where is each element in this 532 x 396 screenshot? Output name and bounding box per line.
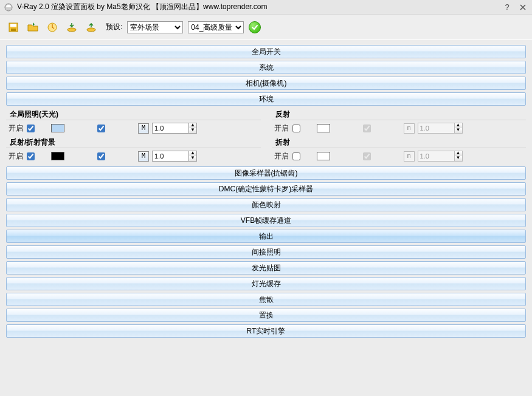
floppy-icon: [8, 22, 19, 33]
env-gi-map-button[interactable]: M: [138, 123, 149, 134]
svg-rect-3: [11, 29, 16, 31]
section-rt[interactable]: RT实时引擎: [6, 324, 526, 338]
svg-rect-2: [10, 24, 16, 27]
env-refl-enable-label: 开启: [274, 123, 291, 134]
env-refl-map-on-checkbox: [363, 125, 371, 132]
help-button[interactable]: ?: [502, 2, 513, 13]
env-refl-color-swatch[interactable]: [317, 124, 330, 132]
env-gi-color-swatch[interactable]: [51, 124, 64, 132]
open-button[interactable]: [26, 20, 40, 35]
titlebar: V-Ray 2.0 渲染设置面板 by Ma5老师汉化 【顶渲网出品】www.t…: [0, 0, 532, 15]
save-button[interactable]: [6, 20, 21, 35]
env-bg-enable-checkbox[interactable]: [27, 152, 35, 160]
env-refl-block: 反射 开启 m ▲▼: [272, 108, 527, 136]
env-gi-block: 全局照明(天光) 开启 M ▲▼: [6, 108, 261, 136]
env-bg-enable-label: 开启: [9, 151, 26, 162]
env-bg-map-button[interactable]: M: [138, 151, 149, 162]
clock-icon: [47, 22, 58, 33]
section-caustics[interactable]: 焦散: [6, 293, 526, 306]
env-refl-title: 反射: [272, 108, 527, 120]
export-button[interactable]: [84, 20, 98, 35]
svg-point-5: [67, 28, 76, 32]
preset-quality-select[interactable]: 04_高级质量: [188, 21, 244, 33]
env-refl-multiplier: ▲▼: [418, 123, 463, 134]
section-lightcache[interactable]: 灯光缓存: [6, 277, 526, 290]
env-gi-enable-label: 开启: [9, 123, 26, 134]
content-area: 全局开关 系统 相机(摄像机) 环境 全局照明(天光) 开启 M ▲▼ 反射: [0, 40, 532, 344]
section-environment[interactable]: 环境: [6, 92, 526, 106]
disc-up-icon: [86, 22, 97, 33]
env-refr-title: 折射: [272, 136, 527, 148]
close-button[interactable]: [517, 2, 528, 13]
preset-label: 预设:: [106, 22, 122, 32]
section-vfb[interactable]: VFB帧缓存通道: [6, 214, 526, 227]
section-image-sampler[interactable]: 图像采样器(抗锯齿): [6, 166, 526, 180]
svg-point-6: [87, 28, 95, 32]
section-indirect[interactable]: 间接照明: [6, 245, 526, 259]
env-bg-map-on-checkbox[interactable]: [97, 152, 105, 160]
env-bg-block: 反射/折射背景 开启 M ▲▼: [6, 136, 261, 164]
env-gi-title: 全局照明(天光): [6, 108, 261, 120]
env-bg-multiplier[interactable]: ▲▼: [152, 151, 197, 162]
env-refl-enable-checkbox[interactable]: [292, 125, 300, 132]
section-system[interactable]: 系统: [6, 61, 526, 74]
env-refr-color-swatch[interactable]: [317, 152, 330, 160]
disc-down-icon: [66, 22, 77, 33]
folder-open-icon: [27, 22, 39, 33]
history-button[interactable]: [45, 20, 60, 35]
env-refr-block: 折射 开启 m ▲▼: [272, 136, 527, 164]
env-gi-enable-checkbox[interactable]: [27, 125, 35, 132]
env-refr-enable-label: 开启: [274, 151, 291, 162]
section-irradiance[interactable]: 发光贴图: [6, 261, 526, 275]
section-output[interactable]: 输出: [6, 230, 526, 243]
section-dmc[interactable]: DMC(确定性蒙特卡罗)采样器: [6, 182, 526, 196]
import-button[interactable]: [64, 20, 79, 35]
env-bg-title: 反射/折射背景: [6, 136, 261, 148]
section-camera[interactable]: 相机(摄像机): [6, 77, 526, 90]
check-icon: [251, 24, 258, 31]
env-bg-color-swatch[interactable]: [51, 152, 64, 160]
apply-preset-button[interactable]: [249, 21, 261, 33]
env-refr-map-button: m: [404, 151, 415, 162]
env-gi-multiplier[interactable]: ▲▼: [152, 123, 197, 134]
section-displacement[interactable]: 置换: [6, 309, 526, 322]
window-title: V-Ray 2.0 渲染设置面板 by Ma5老师汉化 【顶渲网出品】www.t…: [17, 2, 267, 12]
section-global-switches[interactable]: 全局开关: [6, 45, 526, 58]
env-refr-enable-checkbox[interactable]: [292, 152, 300, 160]
env-refr-multiplier: ▲▼: [418, 151, 463, 162]
env-refr-map-on-checkbox: [363, 152, 371, 160]
app-icon: [4, 2, 13, 12]
preset-category-select[interactable]: 室外场景: [127, 21, 183, 33]
env-gi-map-on-checkbox[interactable]: [97, 125, 105, 132]
toolbar: 预设: 室外场景 04_高级质量: [0, 15, 532, 40]
section-color-mapping[interactable]: 颜色映射: [6, 198, 526, 211]
environment-panel: 全局照明(天光) 开启 M ▲▼ 反射 开启: [6, 108, 526, 164]
env-refl-map-button: m: [404, 123, 415, 134]
